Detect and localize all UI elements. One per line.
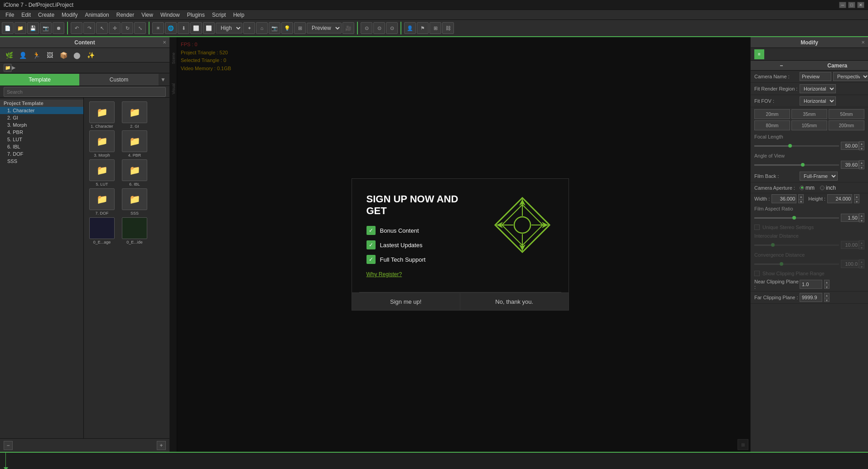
new-button[interactable]: 📄 [2,22,14,34]
save-button[interactable]: 💾 [27,22,39,34]
far-clip-input[interactable] [800,293,822,302]
content-icon-image[interactable]: 🖼 [44,50,55,61]
content-icon-effect[interactable]: ✨ [85,50,96,61]
signup-button[interactable]: Sign me up! [352,293,461,310]
char-btn[interactable]: 👤 [404,22,416,34]
menu-view[interactable]: View [138,11,157,19]
focal-length-slider-wrap[interactable] [754,142,839,149]
focal-200mm[interactable]: 200mm [829,120,864,130]
grid-item-pbr[interactable]: 📁 4. PBR [120,130,149,158]
link-button[interactable]: ⬜ [203,22,215,34]
menu-edit[interactable]: Edit [18,11,34,19]
unique-stereo-checkbox[interactable] [754,225,760,230]
focal-35mm[interactable]: 35mm [791,109,827,119]
home-btn[interactable]: ⌂ [256,22,268,34]
menu-render[interactable]: Render [113,11,138,19]
grid-item-lut[interactable]: 📁 5. LUT [87,159,116,187]
tree-item-morph[interactable]: 3. Morph [0,121,83,129]
tree-item-character[interactable]: 1. Character [0,107,83,114]
world-button[interactable]: 🌐 [165,22,177,34]
search-input[interactable] [4,87,166,97]
menu-script[interactable]: Script [208,11,230,19]
record-button[interactable]: ⏺ [53,22,64,34]
close-button[interactable]: ✕ [857,2,864,8]
grid-item-sss[interactable]: 📁 SSS [120,188,149,215]
menu-file[interactable]: File [2,11,18,19]
timeline-track[interactable] [0,453,868,469]
video-btn[interactable]: 🎥 [342,22,354,34]
menu-create[interactable]: Create [34,11,58,19]
physics-btn[interactable]: ⊙ [386,22,398,34]
film-aspect-stepper[interactable]: ▲ ▼ [859,213,864,222]
no-thanks-button[interactable]: No, thank you. [460,293,569,310]
camera-name-input[interactable] [800,72,831,81]
fit-fov-dropdown[interactable]: Horizontal [800,96,836,105]
flag-btn[interactable]: ⚑ [417,22,429,34]
angle-down[interactable]: ▼ [859,166,864,170]
quality-dropdown[interactable]: High [216,23,242,34]
custom-tab[interactable]: Custom [79,74,159,86]
focal-up[interactable]: ▲ [859,142,864,147]
focal-50mm[interactable]: 50mm [829,109,864,119]
angle-thumb[interactable] [801,163,805,167]
near-clip-stepper[interactable]: ▲ ▼ [824,280,829,289]
grid-item-ibl[interactable]: 📁 6. IBL [120,159,149,187]
content-icon-scene[interactable]: 🌿 [4,50,14,61]
width-input[interactable] [772,194,796,203]
perspective-dropdown[interactable]: Perspective [833,72,868,81]
key-btn[interactable]: ⊞ [429,22,441,34]
render-settings[interactable]: ✦ [243,22,255,34]
focal-length-thumb[interactable] [788,144,792,148]
undo-button[interactable]: ↶ [71,22,82,34]
focal-105mm[interactable]: 105mm [791,120,827,130]
link-btn2[interactable]: ⛓ [442,22,454,34]
env-button[interactable]: ⬇ [178,22,189,34]
focal-length-input[interactable] [841,142,859,150]
film-aspect-thumb[interactable] [792,216,796,220]
grid-item-img2[interactable]: 0_E...ide [120,217,149,244]
film-back-dropdown[interactable]: Full-Frame [800,172,838,181]
grid-item-character[interactable]: 📁 1. Character [87,101,116,129]
angle-of-view-input[interactable] [841,161,859,169]
aperture-mm-option[interactable]: mm [800,185,815,191]
angle-stepper[interactable]: ▲ ▼ [859,160,864,169]
add-folder-button[interactable]: − [4,441,13,450]
menu-animation[interactable]: Animation [81,11,112,19]
light-btn2[interactable]: 💡 [281,22,293,34]
fk-btn[interactable]: ⊙ [373,22,385,34]
menu-plugins[interactable]: Plugins [183,11,208,19]
tree-item-sss[interactable]: SSS [0,158,83,165]
rotate-button[interactable]: ↻ [121,22,133,34]
viewport[interactable]: Scene Visual FPS : 0 Project Triangle : … [170,37,750,452]
height-stepper[interactable]: ▲ ▼ [854,194,859,203]
grid-item-morph[interactable]: 📁 3. Morph [87,130,116,158]
content-icon-material[interactable]: ⬤ [72,50,82,61]
modify-tab-settings[interactable]: ≡ [754,49,764,59]
near-clip-input[interactable] [800,280,822,289]
far-clip-stepper[interactable]: ▲ ▼ [824,293,829,302]
content-close-button[interactable]: ✕ [161,39,168,46]
tree-item-pbr[interactable]: 4. PBR [0,129,83,136]
ik-btn[interactable]: ⊙ [361,22,372,34]
film-aspect-input[interactable] [841,214,859,222]
select-button[interactable]: ↖ [96,22,108,34]
move-button[interactable]: ✛ [109,22,121,34]
focal-20mm[interactable]: 20mm [754,109,790,119]
focal-down[interactable]: ▼ [859,147,864,151]
menu-modify[interactable]: Modify [58,11,81,19]
why-register-link[interactable]: Why Register? [366,271,482,278]
height-input[interactable] [827,194,852,203]
menu-help[interactable]: Help [230,11,248,19]
grid-item-img1[interactable]: 0_E...age [87,217,116,244]
grid-item-dof[interactable]: 📁 7. DOF [87,188,116,215]
fit-render-dropdown[interactable]: Horizontal [800,84,836,93]
camera-collapse-button[interactable]: − [754,62,809,69]
redo-button[interactable]: ↷ [83,22,95,34]
tree-item-lut[interactable]: 5. LUT [0,136,83,143]
angle-of-view-slider-wrap[interactable] [754,161,839,168]
camera-btn[interactable]: 📷 [269,22,280,34]
grid-item-gi[interactable]: 📁 2. GI [120,101,149,129]
tree-item-gi[interactable]: 2. GI [0,114,83,121]
export-button[interactable]: ⬜ [190,22,202,34]
content-icon-prop[interactable]: 📦 [58,50,69,61]
